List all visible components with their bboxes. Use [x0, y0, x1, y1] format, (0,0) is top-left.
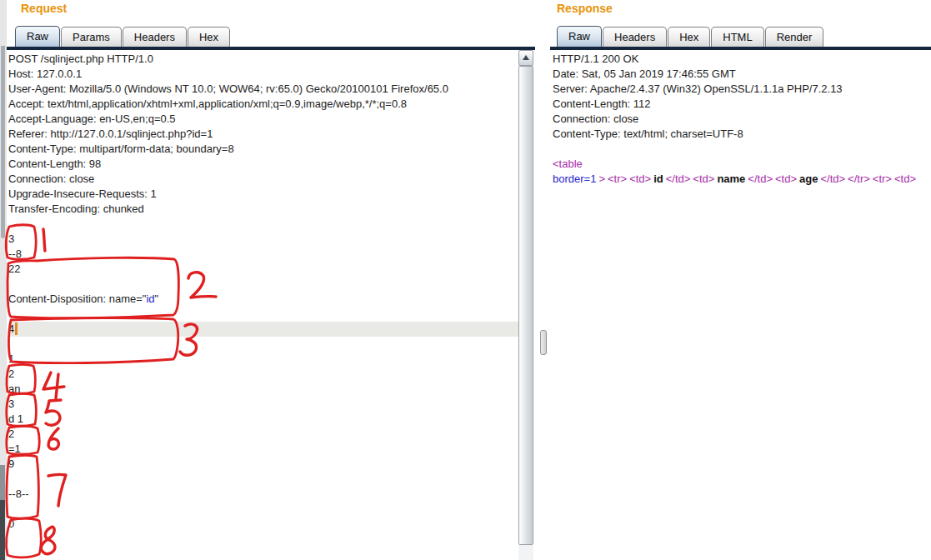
chunk-size-line-1: 3: [8, 232, 517, 247]
chunk-line: d 1: [8, 412, 517, 427]
request-header-line: User-Agent: Mozilla/5.0 (Windows NT 10.0…: [8, 82, 517, 97]
content-disposition-param: id: [146, 292, 154, 305]
chunk-line: 2: [8, 367, 517, 382]
response-header-line: Connection: close: [553, 112, 931, 127]
request-panel: Request Raw Params Headers Hex POST /sql…: [7, 0, 535, 560]
request-header-line: Connection: close: [8, 172, 517, 187]
blank-line: [8, 277, 517, 292]
chunk-line: an: [8, 382, 517, 397]
chunk-line: 3: [8, 397, 517, 412]
html-segment: <td>: [629, 172, 651, 185]
response-raw-text: HTTP/1.1 200 OKDate: Sat, 05 Jan 2019 17…: [553, 52, 931, 187]
html-segment: name: [717, 172, 745, 185]
final-chunk-line: 0: [8, 517, 517, 532]
cursor-line-text: 4: [8, 322, 14, 335]
chunk-size-line-2: 22: [8, 262, 517, 277]
request-scrollbar[interactable]: [518, 50, 533, 560]
response-header-line: Content-Type: text/html; charset=UTF-8: [553, 127, 931, 142]
cursor-line: 4: [8, 322, 518, 337]
blank-line: [8, 472, 517, 487]
panel-splitter[interactable]: [535, 0, 550, 560]
request-header-line: Content-Length: 98: [8, 157, 517, 172]
html-segment: </tr>: [848, 172, 870, 185]
blank-line: [8, 307, 517, 322]
content-disposition-line: Content-Disposition: name="id": [8, 292, 517, 307]
response-tab-headers[interactable]: Headers: [603, 27, 667, 48]
request-header-line: Upgrade-Insecure-Requests: 1: [8, 187, 517, 202]
chunk-line: =1: [8, 442, 517, 457]
html-segment: id: [653, 172, 663, 185]
html-segment: <td>: [775, 172, 797, 185]
html-segment: <tr>: [608, 172, 627, 185]
response-header-line: Content-Length: 112: [553, 97, 931, 112]
html-segment: <td>: [894, 172, 916, 185]
left-scrollbar-segment-dark: [0, 500, 5, 560]
response-tab-raw[interactable]: Raw: [557, 26, 602, 48]
request-header-line: Host: 127.0.0.1: [8, 67, 517, 82]
boundary-close-line: --8--: [8, 487, 517, 502]
html-segment: </td>: [748, 172, 773, 185]
html-segment: >: [598, 172, 605, 185]
response-tab-render[interactable]: Render: [765, 27, 824, 48]
blank-line: [8, 337, 517, 352]
html-open-tag-line: <table: [553, 157, 931, 172]
chunk-line: 1: [8, 352, 517, 367]
html-segment: </td>: [666, 172, 691, 185]
response-header-lines: HTTP/1.1 200 OKDate: Sat, 05 Jan 2019 17…: [553, 52, 931, 142]
response-header-line: HTTP/1.1 200 OK: [553, 52, 931, 67]
response-tab-html[interactable]: HTML: [711, 27, 763, 48]
boundary-open-line: --8: [8, 247, 517, 262]
request-header-line: POST /sqlinject.php HTTP/1.0: [8, 52, 517, 67]
blank-line: [553, 142, 931, 157]
request-raw-text: POST /sqlinject.php HTTP/1.0Host: 127.0.…: [8, 52, 517, 532]
left-scrollbar-segment: [0, 465, 5, 500]
burp-proxy-screen: Request Raw Params Headers Hex POST /sql…: [0, 0, 931, 560]
scrollbar-thumb[interactable]: [518, 66, 533, 545]
response-tab-hex[interactable]: Hex: [668, 27, 710, 48]
request-tab-headers[interactable]: Headers: [123, 27, 187, 48]
blank-line: [8, 217, 517, 232]
chunk-line: 9: [8, 457, 517, 472]
splitter-grip-icon[interactable]: [540, 330, 547, 355]
response-raw-editor[interactable]: HTTP/1.1 200 OKDate: Sat, 05 Jan 2019 17…: [550, 50, 931, 560]
request-header-line: Content-Type: multipart/form-data; bound…: [8, 142, 517, 157]
request-header-line: Accept-Language: en-US,en;q=0.5: [8, 112, 517, 127]
request-header-line: Accept: text/html,application/xhtml+xml,…: [8, 97, 517, 112]
html-segment: </td>: [820, 172, 845, 185]
request-header-lines: POST /sqlinject.php HTTP/1.0Host: 127.0.…: [8, 52, 517, 217]
response-tab-bar: Raw Headers Hex HTML Render: [557, 25, 824, 48]
content-disposition-suffix: ": [155, 292, 159, 305]
response-panel-title: Response: [557, 2, 613, 15]
request-tab-bar: Raw Params Headers Hex: [15, 25, 231, 48]
html-segment: <td>: [693, 172, 714, 185]
request-tab-params[interactable]: Params: [61, 27, 122, 48]
request-header-line: Referer: http://127.0.0.1/sqlinject.php?…: [8, 127, 517, 142]
left-scrollbar-thumb[interactable]: [1, 46, 5, 238]
text-cursor: [15, 322, 18, 335]
content-disposition-prefix: Content-Disposition: name=": [8, 292, 146, 305]
html-segment: <tr>: [873, 172, 892, 185]
request-panel-title: Request: [21, 2, 67, 15]
html-segment: age: [799, 172, 818, 185]
request-tab-hex[interactable]: Hex: [188, 27, 230, 48]
request-tab-raw[interactable]: Raw: [15, 26, 60, 48]
request-raw-editor[interactable]: POST /sqlinject.php HTTP/1.0Host: 127.0.…: [7, 50, 535, 560]
request-header-line: Transfer-Encoding: chunked: [8, 202, 517, 217]
blank-line: [8, 502, 517, 517]
response-panel: Response Raw Headers Hex HTML Render HTT…: [550, 0, 931, 560]
arrow-up-icon: [523, 55, 529, 60]
scroll-up-button[interactable]: [518, 50, 533, 66]
chunk-line: 2: [8, 427, 517, 442]
html-segment: border=1: [553, 172, 596, 185]
html-table-line: border=1><tr><td>id</td><td>name</td><td…: [553, 172, 931, 187]
response-header-line: Server: Apache/2.4.37 (Win32) OpenSSL/1.…: [553, 82, 931, 97]
response-header-line: Date: Sat, 05 Jan 2019 17:46:55 GMT: [553, 67, 931, 82]
